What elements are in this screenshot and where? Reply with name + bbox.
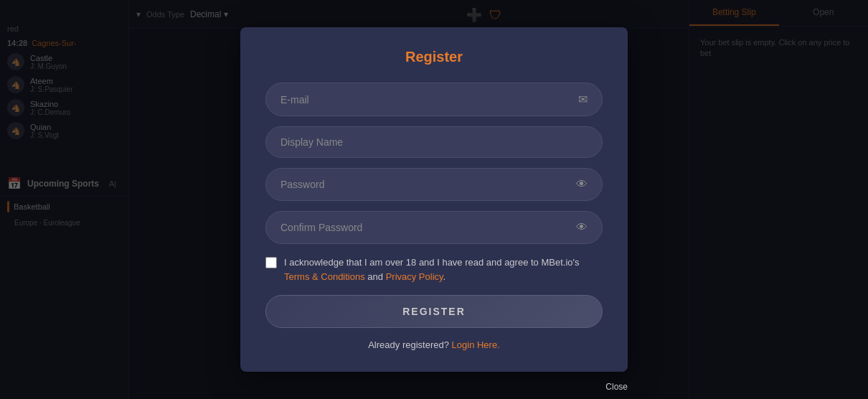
terms-checkbox[interactable] xyxy=(265,257,277,268)
login-link[interactable]: Login Here. xyxy=(452,339,500,350)
register-button[interactable]: REGISTER xyxy=(265,295,603,328)
email-field-container: ✉ xyxy=(265,83,603,116)
password-field-container: 👁 xyxy=(265,168,603,201)
close-button[interactable]: Close xyxy=(605,382,628,392)
privacy-link[interactable]: Privacy Policy xyxy=(386,271,443,282)
eye-confirm-icon[interactable]: 👁 xyxy=(576,221,588,234)
display-name-field-container xyxy=(265,126,603,158)
terms-text: I acknowledge that I am over 18 and I ha… xyxy=(284,255,603,283)
terms-checkbox-row: I acknowledge that I am over 18 and I ha… xyxy=(265,255,603,283)
display-name-input[interactable] xyxy=(280,136,588,148)
modal-title: Register xyxy=(265,49,603,65)
password-input[interactable] xyxy=(280,179,570,190)
register-modal: Register ✉ 👁 👁 I acknowledge that I am o… xyxy=(240,27,628,372)
confirm-password-field-container: 👁 xyxy=(265,211,603,244)
confirm-password-input[interactable] xyxy=(280,222,570,233)
email-input[interactable] xyxy=(280,94,572,105)
already-registered-text: Already registered? Login Here. xyxy=(265,339,603,350)
modal-overlay[interactable]: Register ✉ 👁 👁 I acknowledge that I am o… xyxy=(0,0,868,399)
eye-icon[interactable]: 👁 xyxy=(576,178,588,191)
terms-link[interactable]: Terms & Conditions xyxy=(284,271,365,282)
email-icon: ✉ xyxy=(578,93,588,106)
